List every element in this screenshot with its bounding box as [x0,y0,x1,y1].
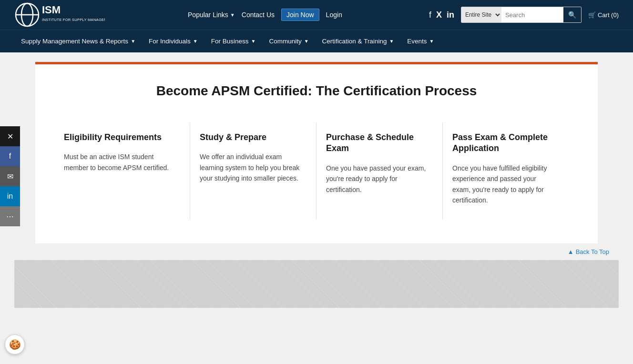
step-purchase-body: One you have passed your exam, you're re… [326,163,428,195]
share-email-button[interactable]: ✉ [0,166,20,186]
nav-for-individuals[interactable]: For Individuals ▼ [142,30,204,53]
social-share-sidebar: ✕ f ✉ in ⋯ [0,126,20,226]
step-purchase: Purchase & Schedule Exam One you have pa… [316,122,443,220]
nav-certification-caret: ▼ [389,39,394,44]
step-eligibility-title: Eligibility Requirements [64,132,175,143]
popular-links-menu[interactable]: Popular Links ▼ [188,11,235,19]
share-twitter-button[interactable]: ✕ [0,126,20,146]
certification-steps: Eligibility Requirements Must be an acti… [64,122,569,220]
cookie-preferences-button[interactable]: 🍪 [5,334,25,354]
cookie-icon: 🍪 [9,339,21,350]
nav-individuals-caret: ▼ [193,39,198,44]
search-button[interactable]: 🔍 [563,7,581,22]
share-more-button[interactable]: ⋯ [0,206,20,226]
nav-community[interactable]: Community ▼ [262,30,315,53]
search-input[interactable] [501,7,563,22]
step-study: Study & Prepare We offer an individual e… [190,122,316,220]
twitter-header-icon[interactable]: X [436,10,442,20]
step-pass-exam: Pass Exam & Complete Application Once yo… [443,122,569,220]
back-to-top-arrow: ▲ [568,248,574,255]
nav-certification-training[interactable]: Certification & Training ▼ [316,30,401,53]
step-pass-exam-body: Once you have fulfilled eligibility expe… [452,163,555,206]
back-to-top-label: Back To Top [576,248,609,255]
header-social-icons: f X in [429,10,454,20]
join-now-link[interactable]: Join Now [281,9,319,21]
nav-for-business[interactable]: For Business ▼ [204,30,263,53]
step-eligibility-body: Must be an active ISM student member to … [64,152,175,173]
contact-us-link[interactable]: Contact Us [238,11,278,19]
ism-logo[interactable]: ISM INSTITUTE FOR SUPPLY MANAGEMENT [14,2,105,28]
page-footer-pattern [14,260,619,308]
cart-label: Cart (0) [598,11,619,19]
popular-links-caret: ▼ [230,12,235,18]
logo-area: ISM INSTITUTE FOR SUPPLY MANAGEMENT [14,2,105,28]
main-navigation: Supply Management News & Reports ▼ For I… [0,30,633,52]
nav-supply-caret: ▼ [131,39,135,44]
top-utility-nav: Popular Links ▼ Contact Us Join Now Logi… [105,9,429,21]
back-to-top[interactable]: ▲ Back To Top [14,243,619,260]
content-card: Become APSM Certified: The Certification… [35,62,598,243]
nav-business-caret: ▼ [251,39,256,44]
login-link[interactable]: Login [322,11,346,19]
step-pass-exam-title: Pass Exam & Complete Application [452,132,555,154]
step-eligibility: Eligibility Requirements Must be an acti… [64,122,190,220]
step-study-title: Study & Prepare [200,132,302,143]
nav-events-caret: ▼ [429,39,434,44]
svg-text:ISM: ISM [42,4,61,16]
step-purchase-title: Purchase & Schedule Exam [326,132,428,154]
step-study-body: We offer an individual exam learning sys… [200,152,302,183]
page-wrapper: Become APSM Certified: The Certification… [0,52,633,338]
search-box: Entire Site 🔍 [461,7,582,23]
svg-text:INSTITUTE FOR SUPPLY MANAGEMEN: INSTITUTE FOR SUPPLY MANAGEMENT [42,18,105,22]
search-scope-select[interactable]: Entire Site [461,7,501,22]
cart-button[interactable]: 🛒 Cart (0) [588,11,619,19]
top-header: ISM INSTITUTE FOR SUPPLY MANAGEMENT Popu… [0,0,633,30]
top-right-area: f X in Entire Site 🔍 🛒 Cart (0) [429,7,619,23]
nav-events[interactable]: Events ▼ [400,30,440,53]
share-linkedin-button[interactable]: in [0,186,20,206]
cart-icon: 🛒 [588,11,596,19]
page-title: Become APSM Certified: The Certification… [64,83,569,99]
nav-community-caret: ▼ [304,39,309,44]
share-facebook-button[interactable]: f [0,146,20,166]
linkedin-header-icon[interactable]: in [447,10,454,20]
facebook-header-icon[interactable]: f [429,10,431,20]
nav-supply-management[interactable]: Supply Management News & Reports ▼ [14,30,142,53]
